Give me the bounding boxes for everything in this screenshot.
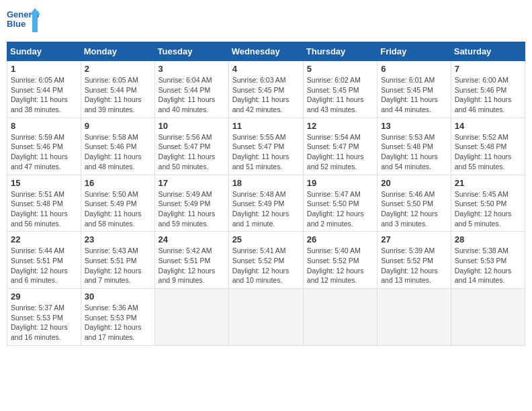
day-number: 8 <box>11 121 77 131</box>
calendar-cell: 4Sunrise: 6:03 AM Sunset: 5:45 PM Daylig… <box>228 61 303 118</box>
day-info: Sunrise: 6:02 AM Sunset: 5:45 PM Dayligh… <box>307 75 373 115</box>
calendar-cell: 9Sunrise: 5:58 AM Sunset: 5:46 PM Daylig… <box>81 118 154 175</box>
day-number: 12 <box>307 121 373 131</box>
day-number: 14 <box>455 121 521 131</box>
day-number: 29 <box>11 291 77 302</box>
calendar-cell <box>303 289 377 346</box>
calendar-cell: 5Sunrise: 6:02 AM Sunset: 5:45 PM Daylig… <box>303 61 377 118</box>
weekday-header: Tuesday <box>154 42 228 61</box>
calendar-cell: 18Sunrise: 5:48 AM Sunset: 5:49 PM Dayli… <box>228 175 303 232</box>
day-info: Sunrise: 5:46 AM Sunset: 5:50 PM Dayligh… <box>381 189 447 229</box>
calendar-cell <box>228 289 303 346</box>
calendar-week-row: 22Sunrise: 5:44 AM Sunset: 5:51 PM Dayli… <box>7 232 525 289</box>
calendar-header-row: SundayMondayTuesdayWednesdayThursdayFrid… <box>7 42 525 61</box>
calendar-cell: 11Sunrise: 5:55 AM Sunset: 5:47 PM Dayli… <box>228 118 303 175</box>
day-info: Sunrise: 5:45 AM Sunset: 5:50 PM Dayligh… <box>455 189 521 229</box>
calendar-cell <box>451 289 525 346</box>
day-info: Sunrise: 5:52 AM Sunset: 5:48 PM Dayligh… <box>455 132 521 172</box>
calendar-cell: 19Sunrise: 5:47 AM Sunset: 5:50 PM Dayli… <box>303 175 377 232</box>
weekday-header: Sunday <box>7 42 81 61</box>
day-number: 28 <box>455 234 521 244</box>
day-number: 5 <box>307 64 373 74</box>
calendar-cell: 15Sunrise: 5:51 AM Sunset: 5:48 PM Dayli… <box>7 175 81 232</box>
calendar-cell: 6Sunrise: 6:01 AM Sunset: 5:45 PM Daylig… <box>378 61 451 118</box>
day-info: Sunrise: 5:58 AM Sunset: 5:46 PM Dayligh… <box>85 132 151 172</box>
day-info: Sunrise: 5:49 AM Sunset: 5:49 PM Dayligh… <box>159 189 225 229</box>
calendar-cell: 7Sunrise: 6:00 AM Sunset: 5:46 PM Daylig… <box>451 61 525 118</box>
day-number: 18 <box>232 178 300 188</box>
calendar-cell: 22Sunrise: 5:44 AM Sunset: 5:51 PM Dayli… <box>7 232 81 289</box>
calendar-cell: 21Sunrise: 5:45 AM Sunset: 5:50 PM Dayli… <box>451 175 525 232</box>
calendar: SundayMondayTuesdayWednesdayThursdayFrid… <box>7 42 525 346</box>
calendar-cell: 23Sunrise: 5:43 AM Sunset: 5:51 PM Dayli… <box>81 232 154 289</box>
calendar-cell: 8Sunrise: 5:59 AM Sunset: 5:46 PM Daylig… <box>7 118 81 175</box>
calendar-cell: 12Sunrise: 5:54 AM Sunset: 5:47 PM Dayli… <box>303 118 377 175</box>
day-info: Sunrise: 6:04 AM Sunset: 5:44 PM Dayligh… <box>159 75 225 115</box>
logo-icon: General Blue <box>7 7 40 35</box>
calendar-cell: 20Sunrise: 5:46 AM Sunset: 5:50 PM Dayli… <box>378 175 451 232</box>
calendar-cell: 24Sunrise: 5:42 AM Sunset: 5:51 PM Dayli… <box>154 232 228 289</box>
calendar-cell <box>378 289 451 346</box>
day-number: 9 <box>85 121 151 131</box>
svg-text:Blue: Blue <box>7 19 26 29</box>
day-info: Sunrise: 5:39 AM Sunset: 5:52 PM Dayligh… <box>381 246 447 285</box>
day-info: Sunrise: 5:40 AM Sunset: 5:52 PM Dayligh… <box>307 246 373 285</box>
calendar-cell: 17Sunrise: 5:49 AM Sunset: 5:49 PM Dayli… <box>154 175 228 232</box>
day-number: 27 <box>381 234 447 244</box>
calendar-week-row: 1Sunrise: 6:05 AM Sunset: 5:44 PM Daylig… <box>7 61 525 118</box>
calendar-cell: 25Sunrise: 5:41 AM Sunset: 5:52 PM Dayli… <box>228 232 303 289</box>
calendar-cell: 13Sunrise: 5:53 AM Sunset: 5:48 PM Dayli… <box>378 118 451 175</box>
calendar-week-row: 29Sunrise: 5:37 AM Sunset: 5:53 PM Dayli… <box>7 289 525 346</box>
day-info: Sunrise: 5:51 AM Sunset: 5:48 PM Dayligh… <box>11 189 77 229</box>
day-number: 4 <box>232 64 300 74</box>
day-info: Sunrise: 5:42 AM Sunset: 5:51 PM Dayligh… <box>159 246 225 285</box>
weekday-header: Friday <box>378 42 451 61</box>
calendar-cell: 27Sunrise: 5:39 AM Sunset: 5:52 PM Dayli… <box>378 232 451 289</box>
weekday-header: Saturday <box>451 42 525 61</box>
day-number: 26 <box>307 234 373 244</box>
day-info: Sunrise: 6:01 AM Sunset: 5:45 PM Dayligh… <box>381 75 447 115</box>
day-info: Sunrise: 5:38 AM Sunset: 5:53 PM Dayligh… <box>455 246 521 285</box>
weekday-header: Thursday <box>303 42 377 61</box>
day-number: 16 <box>85 178 151 188</box>
day-info: Sunrise: 5:59 AM Sunset: 5:46 PM Dayligh… <box>11 132 77 172</box>
calendar-week-row: 15Sunrise: 5:51 AM Sunset: 5:48 PM Dayli… <box>7 175 525 232</box>
calendar-week-row: 8Sunrise: 5:59 AM Sunset: 5:46 PM Daylig… <box>7 118 525 175</box>
day-info: Sunrise: 5:41 AM Sunset: 5:52 PM Dayligh… <box>232 246 300 285</box>
calendar-cell: 2Sunrise: 6:05 AM Sunset: 5:44 PM Daylig… <box>81 61 154 118</box>
day-info: Sunrise: 5:37 AM Sunset: 5:53 PM Dayligh… <box>11 303 77 342</box>
day-info: Sunrise: 6:05 AM Sunset: 5:44 PM Dayligh… <box>11 75 77 115</box>
day-number: 3 <box>159 64 225 74</box>
day-info: Sunrise: 6:05 AM Sunset: 5:44 PM Dayligh… <box>85 75 151 115</box>
day-info: Sunrise: 5:50 AM Sunset: 5:49 PM Dayligh… <box>85 189 151 229</box>
day-number: 21 <box>455 178 521 188</box>
calendar-cell: 14Sunrise: 5:52 AM Sunset: 5:48 PM Dayli… <box>451 118 525 175</box>
day-number: 17 <box>159 178 225 188</box>
calendar-cell: 26Sunrise: 5:40 AM Sunset: 5:52 PM Dayli… <box>303 232 377 289</box>
day-number: 30 <box>85 291 151 302</box>
calendar-cell: 1Sunrise: 6:05 AM Sunset: 5:44 PM Daylig… <box>7 61 81 118</box>
day-info: Sunrise: 5:47 AM Sunset: 5:50 PM Dayligh… <box>307 189 373 229</box>
calendar-cell: 3Sunrise: 6:04 AM Sunset: 5:44 PM Daylig… <box>154 61 228 118</box>
calendar-cell: 16Sunrise: 5:50 AM Sunset: 5:49 PM Dayli… <box>81 175 154 232</box>
day-number: 13 <box>381 121 447 131</box>
day-number: 7 <box>455 64 521 74</box>
day-info: Sunrise: 5:55 AM Sunset: 5:47 PM Dayligh… <box>232 132 300 172</box>
day-number: 24 <box>159 234 225 244</box>
calendar-cell: 30Sunrise: 5:36 AM Sunset: 5:53 PM Dayli… <box>81 289 154 346</box>
day-number: 23 <box>85 234 151 244</box>
day-info: Sunrise: 5:48 AM Sunset: 5:49 PM Dayligh… <box>232 189 300 229</box>
day-number: 10 <box>159 121 225 131</box>
day-number: 20 <box>381 178 447 188</box>
day-info: Sunrise: 6:00 AM Sunset: 5:46 PM Dayligh… <box>455 75 521 115</box>
day-number: 11 <box>232 121 300 131</box>
day-info: Sunrise: 5:43 AM Sunset: 5:51 PM Dayligh… <box>85 246 151 285</box>
day-number: 19 <box>307 178 373 188</box>
day-number: 22 <box>11 234 77 244</box>
day-info: Sunrise: 5:53 AM Sunset: 5:48 PM Dayligh… <box>381 132 447 172</box>
day-info: Sunrise: 5:44 AM Sunset: 5:51 PM Dayligh… <box>11 246 77 285</box>
day-info: Sunrise: 5:56 AM Sunset: 5:47 PM Dayligh… <box>159 132 225 172</box>
logo: General Blue <box>7 7 40 35</box>
calendar-cell: 10Sunrise: 5:56 AM Sunset: 5:47 PM Dayli… <box>154 118 228 175</box>
day-number: 6 <box>381 64 447 74</box>
